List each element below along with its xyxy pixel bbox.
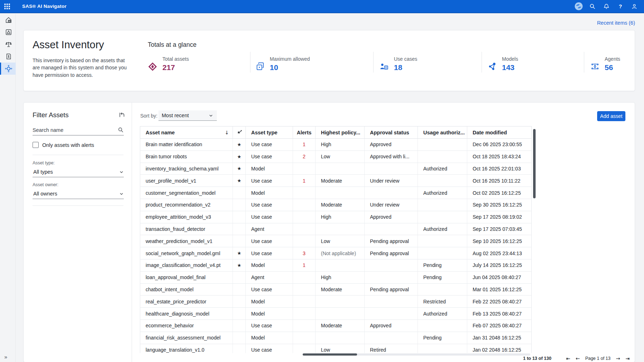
next-page-button[interactable]: → xyxy=(616,356,620,361)
approval-status-cell xyxy=(365,187,418,199)
table-row[interactable]: image_classification_model_v4.pt★Model1P… xyxy=(140,259,531,272)
notifications-icon[interactable] xyxy=(602,2,611,11)
table-row[interactable]: Brain tumor robots★Use case2LowApproved … xyxy=(140,151,531,163)
asset-type-select[interactable]: All types xyxy=(33,167,124,177)
alerts-cell: 2 xyxy=(293,151,316,163)
models-icon xyxy=(488,62,497,71)
search-name-field[interactable] xyxy=(33,125,124,135)
date-modified-cell: Sep 17 2025 07:03:45 xyxy=(467,223,531,235)
sort-descending-icon[interactable]: ↓ xyxy=(225,130,229,135)
asset-type-cell: Agent xyxy=(246,223,293,235)
table-row[interactable]: customer_segmentation_modelModelAuthoriz… xyxy=(140,187,531,199)
sidebar-item-governance[interactable] xyxy=(0,38,16,50)
table-row[interactable]: employee_attrition_model_v3Use caseHighA… xyxy=(140,211,531,223)
only-alerts-label: Only assets with alerts xyxy=(42,142,94,148)
column-header-pinned[interactable] xyxy=(233,127,246,138)
table-row[interactable]: Brain matter identification★Use case1Hig… xyxy=(140,139,531,151)
pagination-bar: 1 to 13 of 130 ⇤ ← Page 1 of 13 → ⇥ xyxy=(523,355,630,362)
last-page-button[interactable]: ⇥ xyxy=(625,356,630,361)
table-row[interactable]: social_network_graph_model.gml★Use case3… xyxy=(140,247,531,259)
table-row[interactable]: chatbot_intent_modelUse caseModeratePend… xyxy=(140,284,531,296)
horizontal-scrollbar[interactable] xyxy=(303,353,530,356)
asset-owner-value: All owners xyxy=(33,191,57,197)
sidebar-item-home[interactable] xyxy=(0,14,16,26)
sidebar-item-asset-inventory[interactable] xyxy=(0,63,16,75)
usage-authorization-cell xyxy=(418,247,467,259)
user-icon[interactable] xyxy=(630,2,639,11)
table-row[interactable]: transaction_fraud_detectorAgentAuthorize… xyxy=(140,223,531,235)
search-icon[interactable] xyxy=(588,2,597,11)
asset-owner-select[interactable]: All owners xyxy=(33,189,124,199)
pinned-star-cell xyxy=(233,332,246,344)
alerts-cell xyxy=(293,272,316,283)
horizontal-scrollbar-thumb[interactable] xyxy=(303,353,357,356)
reset-filters-icon[interactable] xyxy=(118,111,125,118)
highest-policy-cell xyxy=(316,296,365,307)
date-modified-cell: Oct 02 2025 16:12:25 xyxy=(467,187,531,199)
add-asset-button[interactable]: Add asset xyxy=(597,111,625,121)
table-row[interactable]: ecommerce_behaviorUse caseModerateApprov… xyxy=(140,320,531,332)
sidebar-expand-chevrons[interactable]: » xyxy=(4,354,7,360)
column-header-alerts[interactable]: Alerts xyxy=(293,127,316,138)
asset-name-cell: Brain tumor robots xyxy=(140,151,233,163)
filter-title: Filter Assets xyxy=(33,111,69,119)
only-alerts-checkbox-row[interactable]: Only assets with alerts xyxy=(33,142,94,148)
sort-select[interactable]: Most recent xyxy=(158,110,217,121)
table-row[interactable]: weather_prediction_model_v1Use caseLowPe… xyxy=(140,235,531,247)
highest-policy-cell: Moderate xyxy=(316,284,365,296)
alerts-cell: 3 xyxy=(293,247,316,259)
alerts-cell xyxy=(293,320,316,332)
usage-authorization-cell: Pending xyxy=(418,332,467,344)
asset-type-cell: Use case xyxy=(246,320,293,332)
column-header-approval-status[interactable]: Approval status xyxy=(365,127,418,138)
alerts-cell: 1 xyxy=(293,259,316,271)
column-header-asset-name[interactable]: Asset name ↓ xyxy=(140,127,233,138)
column-header-asset-type[interactable]: Asset type xyxy=(246,127,293,138)
filter-divider xyxy=(33,155,123,155)
pin-star-icon xyxy=(236,130,242,135)
column-header-date-modified[interactable]: Date modified xyxy=(467,127,531,138)
table-row[interactable]: healthcare_diagnosis_modelModelAuthorize… xyxy=(140,308,531,320)
asset-name-cell: customer_segmentation_model xyxy=(140,187,233,199)
asset-name-cell: employee_attrition_model_v3 xyxy=(140,211,233,223)
highest-policy-cell: Moderate xyxy=(316,320,365,332)
usage-authorization-cell xyxy=(418,211,467,223)
pagination-range: 1 to 13 of 130 xyxy=(523,356,551,361)
previous-page-button[interactable]: ← xyxy=(576,356,580,361)
sort-value: Most recent xyxy=(162,113,189,118)
alerts-cell xyxy=(293,332,316,344)
date-modified-cell: Sep 10 2025 16:12:25 xyxy=(467,235,531,247)
table-row[interactable]: language_translation_v1.0Use caseLowReti… xyxy=(140,344,531,353)
asset-name-cell: healthcare_diagnosis_model xyxy=(140,308,233,319)
approval-status-cell xyxy=(365,163,418,175)
sidebar-item-reports[interactable] xyxy=(0,50,16,63)
recent-items-link[interactable]: Recent items (6) xyxy=(597,20,635,26)
date-modified-cell: Mar 01 2025 16:12:25 xyxy=(467,284,531,296)
sidebar-item-models[interactable] xyxy=(0,26,16,38)
stat-value: 10 xyxy=(270,63,310,72)
asset-type-value: All types xyxy=(33,169,53,175)
column-header-highest-policy[interactable]: Highest policy... xyxy=(316,127,365,138)
table-row[interactable]: inventory_tracking_schema.yaml★ModelAuth… xyxy=(140,163,531,175)
table-row[interactable]: product_recommendation_v2Use caseModerat… xyxy=(140,199,531,211)
table-row[interactable]: real_estate_price_predictorModelRestrict… xyxy=(140,296,531,308)
approval-status-cell: Pending approval xyxy=(365,235,418,247)
vertical-scrollbar-thumb[interactable] xyxy=(533,129,536,198)
pinned-star-cell: ★ xyxy=(233,163,246,175)
table-row[interactable]: financial_risk_assessment_modelModelPend… xyxy=(140,332,531,344)
column-header-usage-authorization[interactable]: Usage authoriz... xyxy=(418,127,467,138)
top-app-bar: SAS® AI Navigator ? xyxy=(0,0,644,13)
app-launcher-icon[interactable] xyxy=(0,0,14,13)
only-alerts-checkbox[interactable] xyxy=(33,142,39,148)
stat-label: Agents xyxy=(605,56,620,62)
first-page-button[interactable]: ⇤ xyxy=(566,356,570,361)
alerts-cell xyxy=(293,223,316,235)
table-row[interactable]: user_profile_model_v1★Use case1ModerateU… xyxy=(140,175,531,187)
vertical-scrollbar[interactable] xyxy=(533,126,536,353)
table-row[interactable]: loan_approval_model_finalAgentHighPendin… xyxy=(140,272,531,284)
help-icon[interactable]: ? xyxy=(616,2,625,11)
asset-name-cell: product_recommendation_v2 xyxy=(140,199,233,211)
search-input[interactable] xyxy=(33,127,118,133)
highest-policy-cell: Low xyxy=(316,151,365,163)
date-modified-cell: Jan 02 2048 16:12:25 xyxy=(467,344,531,353)
